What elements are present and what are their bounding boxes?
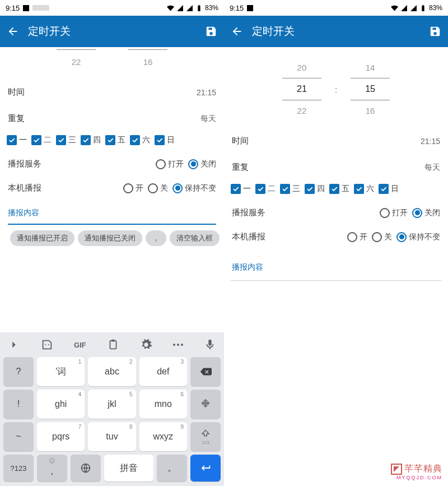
- time-label: 时间: [8, 87, 25, 98]
- key-9[interactable]: wxyz9: [139, 422, 187, 451]
- row-repeat[interactable]: 重复 每天: [7, 105, 217, 132]
- day-tue-r[interactable]: 二: [255, 184, 276, 194]
- watermark: 芊芊精典 MYQQJD.COM: [391, 463, 442, 480]
- back-icon[interactable]: [7, 25, 19, 38]
- signal-icon-2: [186, 4, 193, 12]
- time-picker-ghost-left[interactable]: 22 16: [7, 49, 217, 72]
- signal-icon-r1: [400, 4, 408, 12]
- content-left: 22 16 时间 21:15 重复 每天 一 二 三 四 五 六 日 播报服务: [0, 47, 224, 332]
- save-icon-r[interactable]: [429, 25, 441, 38]
- day-fri[interactable]: 五: [105, 135, 125, 145]
- svg-point-5: [51, 460, 52, 461]
- day-sat-r[interactable]: 六: [354, 184, 374, 194]
- key-tilde[interactable]: ~: [3, 422, 34, 451]
- svg-rect-3: [111, 340, 115, 342]
- gear-icon[interactable]: [140, 339, 152, 351]
- app-title: 定时开关: [28, 24, 71, 39]
- sticker-icon[interactable]: [41, 339, 53, 351]
- key-1[interactable]: '词1: [37, 357, 85, 386]
- day-mon-r[interactable]: 一: [231, 184, 251, 194]
- status-time: 9:15: [6, 4, 20, 12]
- key-8[interactable]: tuv8: [88, 422, 136, 451]
- key-space[interactable]: 拼音: [104, 455, 153, 482]
- kbd-topbar: GIF: [0, 332, 224, 357]
- radio-local-keep[interactable]: 保持不变: [172, 183, 216, 193]
- app-bar-r: 定时开关: [224, 16, 448, 47]
- chip-3[interactable]: 清空输入框: [170, 230, 220, 246]
- key-question[interactable]: ?: [3, 357, 34, 386]
- row-repeat-r[interactable]: 重复 每天: [231, 154, 441, 180]
- key-3[interactable]: def3: [139, 357, 187, 386]
- wifi-icon-r: [391, 4, 398, 12]
- day-fri-r[interactable]: 五: [329, 184, 349, 194]
- day-sun[interactable]: 日: [155, 135, 175, 145]
- back-icon-r[interactable]: [231, 25, 243, 38]
- key-enter[interactable]: [190, 455, 221, 482]
- app-title-r: 定时开关: [252, 24, 295, 39]
- clipboard-icon[interactable]: [107, 339, 119, 351]
- day-sat[interactable]: 六: [130, 135, 150, 145]
- chip-1[interactable]: 通知播报已关闭: [78, 230, 142, 246]
- key-comma[interactable]: ，: [37, 455, 67, 482]
- day-thu[interactable]: 四: [81, 135, 101, 145]
- day-tue[interactable]: 二: [31, 135, 52, 145]
- key-7[interactable]: pqrs7: [37, 422, 85, 451]
- repeat-value: 每天: [200, 114, 216, 124]
- local-broadcast-label: 本机播报: [8, 183, 41, 193]
- day-mon[interactable]: 一: [7, 135, 27, 145]
- day-wed-r[interactable]: 三: [280, 184, 300, 194]
- radio-service-open-r[interactable]: 打开: [380, 208, 408, 218]
- key-shift[interactable]: 123: [190, 422, 221, 451]
- app-bar: 定时开关: [0, 16, 224, 47]
- wifi-icon: [167, 4, 174, 12]
- key-4[interactable]: ghi4: [37, 390, 85, 419]
- gif-btn[interactable]: GIF: [74, 341, 86, 349]
- key-backspace[interactable]: [190, 357, 221, 386]
- row-local-broadcast-r: 本机播报 开 关 保持不变: [231, 225, 441, 249]
- radio-service-close-r[interactable]: 关闭: [412, 208, 440, 218]
- screen-left: 9:15 83% 定时开关 22 16: [0, 0, 224, 486]
- mic-icon[interactable]: [204, 339, 216, 351]
- row-broadcast-service-r: 播报服务 打开 关闭: [231, 201, 441, 225]
- row-time-r[interactable]: 时间 21:15: [231, 128, 441, 154]
- key-2[interactable]: abc2: [88, 357, 136, 386]
- time-picker[interactable]: 20 21 22 : 14 15 16: [231, 57, 441, 121]
- day-sun-r[interactable]: 日: [379, 184, 399, 194]
- more-icon[interactable]: [173, 344, 183, 346]
- key-5[interactable]: jkl5: [88, 390, 136, 419]
- battery-pct-r: 83%: [429, 4, 442, 12]
- radio-local-off-r[interactable]: 关: [372, 232, 392, 242]
- save-icon[interactable]: [205, 25, 217, 38]
- chip-2[interactable]: ，: [146, 230, 166, 246]
- key-numsym[interactable]: ?123: [3, 455, 34, 482]
- key-period[interactable]: 。: [157, 455, 187, 482]
- row-time[interactable]: 时间 21:15: [7, 79, 217, 105]
- repeat-label: 重复: [8, 113, 25, 124]
- radio-service-close[interactable]: 关闭: [188, 159, 216, 169]
- svg-point-6: [53, 460, 53, 461]
- content-label-r[interactable]: 播报内容: [231, 249, 441, 275]
- row-local-broadcast: 本机播报 开 关 保持不变: [7, 176, 217, 200]
- radio-service-open[interactable]: 打开: [156, 159, 184, 169]
- key-6[interactable]: mno6: [139, 390, 187, 419]
- radio-local-on-r[interactable]: 开: [347, 232, 367, 242]
- key-globe[interactable]: [71, 455, 101, 482]
- svg-point-1: [48, 344, 49, 345]
- row-broadcast-service: 播报服务 打开 关闭: [7, 152, 217, 176]
- radio-local-keep-r[interactable]: 保持不变: [396, 232, 440, 242]
- day-wed[interactable]: 三: [56, 135, 76, 145]
- content-underline-r: [231, 280, 441, 281]
- chip-0[interactable]: 通知播报已开启: [10, 230, 74, 246]
- content-input[interactable]: [8, 224, 216, 225]
- day-thu-r[interactable]: 四: [305, 184, 325, 194]
- battery-pct: 83%: [205, 4, 218, 12]
- chevron-right-icon[interactable]: [8, 339, 20, 351]
- signal-icon-1: [176, 4, 184, 12]
- radio-local-on[interactable]: 开: [123, 183, 143, 193]
- svg-point-4: [50, 459, 54, 463]
- picker-next-h: 22: [57, 52, 96, 72]
- status-time-r: 9:15: [230, 4, 244, 12]
- key-exclaim[interactable]: !: [3, 390, 34, 419]
- key-cursor-move[interactable]: [190, 390, 221, 419]
- radio-local-off[interactable]: 关: [148, 183, 168, 193]
